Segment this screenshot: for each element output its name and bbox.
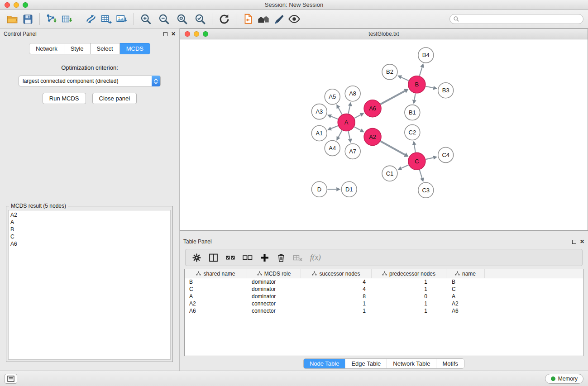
function-builder-icon[interactable]: f(x) [310, 253, 321, 262]
open-session-button[interactable] [5, 12, 20, 26]
graph-edge[interactable] [414, 93, 415, 100]
graph-edge[interactable] [354, 127, 361, 130]
graph-edge[interactable] [331, 116, 338, 119]
run-mcds-button[interactable]: Run MCDS [43, 93, 86, 104]
graph-node-c2[interactable]: C2 [405, 125, 420, 140]
table-cell[interactable]: 4 [301, 286, 372, 292]
table-cell[interactable]: 1 [372, 300, 446, 307]
import-table-button[interactable] [59, 12, 75, 26]
control-tab-select[interactable]: Select [91, 43, 120, 54]
result-item[interactable]: A [10, 219, 168, 226]
table-tab-node-table[interactable]: Node Table [304, 359, 345, 368]
graph-node-d[interactable]: D [311, 181, 327, 197]
table-tab-edge-table[interactable]: Edge Table [345, 359, 387, 368]
table-cell[interactable]: C [185, 286, 247, 292]
graph-node-a4[interactable]: A4 [325, 140, 340, 156]
graph-node-c4[interactable]: C4 [438, 147, 454, 162]
control-tab-network[interactable]: Network [29, 43, 64, 54]
graph-edge[interactable] [381, 91, 405, 104]
refresh-button[interactable] [216, 12, 232, 26]
float-panel-icon[interactable] [163, 32, 167, 36]
graph-node-a7[interactable]: A7 [345, 143, 360, 159]
add-column-icon[interactable] [260, 253, 269, 262]
table-row[interactable]: A6connector11A6 [185, 307, 583, 315]
table-cell[interactable]: 8 [301, 293, 372, 300]
graph-edge[interactable] [381, 141, 405, 155]
criterion-dropdown[interactable]: largest connected component (directed) [19, 76, 161, 86]
table-cell[interactable]: 1 [372, 286, 446, 292]
mcds-result-list[interactable]: A2ABCA6 [8, 210, 171, 360]
table-cell[interactable]: C [446, 286, 485, 292]
graph-node-b2[interactable]: B2 [382, 64, 397, 80]
show-console-button[interactable] [5, 374, 17, 384]
table-cell[interactable]: B [185, 279, 247, 285]
control-tab-mcds[interactable]: MCDS [120, 43, 150, 54]
report-button[interactable] [240, 12, 256, 26]
home-button[interactable] [256, 12, 271, 26]
graph-node-b[interactable]: B [408, 76, 425, 93]
graph-node-d1[interactable]: D1 [341, 181, 357, 197]
export-table-button[interactable] [99, 12, 114, 26]
export-network-button[interactable] [83, 12, 99, 26]
settings-gear-icon[interactable] [192, 253, 201, 262]
graph-node-a2[interactable]: A2 [364, 129, 381, 146]
control-tab-style[interactable]: Style [64, 43, 91, 54]
save-session-button[interactable] [20, 12, 35, 26]
table-cell[interactable]: A6 [446, 308, 485, 314]
graph-edge[interactable] [401, 77, 408, 81]
graph-edge[interactable] [339, 108, 342, 114]
graph-node-a1[interactable]: A1 [311, 126, 327, 141]
table-cell[interactable]: 0 [372, 293, 446, 300]
table-cell[interactable]: dominator [247, 286, 301, 292]
table-row[interactable]: Bdominator41B [185, 278, 583, 286]
column-header[interactable]: successor nodes [301, 269, 372, 278]
column-header[interactable]: MCDS role [247, 269, 301, 278]
column-header[interactable]: predecessor nodes [372, 269, 446, 278]
table-tab-motifs[interactable]: Motifs [436, 359, 464, 368]
result-item[interactable]: A6 [10, 240, 168, 248]
table-cell[interactable]: A2 [185, 300, 247, 307]
graph-edge[interactable] [339, 130, 342, 137]
table-tab-network-table[interactable]: Network Table [387, 359, 436, 368]
graph-edge[interactable] [348, 106, 350, 114]
table-cell[interactable]: B [446, 279, 485, 285]
table-cell[interactable]: 4 [301, 279, 372, 285]
delete-column-icon[interactable] [277, 253, 286, 262]
close-panel-icon[interactable]: ✕ [580, 239, 584, 244]
select-all-icon[interactable] [225, 253, 235, 262]
graph-node-a6[interactable]: A6 [364, 100, 381, 117]
graph-node-c1[interactable]: C1 [382, 166, 397, 181]
table-cell[interactable]: A6 [185, 308, 247, 314]
graph-node-c3[interactable]: C3 [418, 182, 434, 198]
table-cell[interactable]: connector [247, 300, 301, 307]
table-cell[interactable]: 1 [301, 300, 372, 307]
table-row[interactable]: Cdominator41C [185, 286, 583, 293]
table-cell[interactable]: dominator [247, 293, 301, 300]
column-header[interactable]: shared name [185, 269, 247, 278]
graph-node-a8[interactable]: A8 [345, 86, 360, 101]
export-image-button[interactable] [114, 12, 129, 26]
column-chooser-icon[interactable] [209, 253, 218, 262]
float-panel-icon[interactable] [572, 240, 576, 244]
graph-edge[interactable] [420, 67, 422, 76]
zoom-in-button[interactable] [138, 12, 153, 26]
table-row[interactable]: Adominator80A [185, 293, 583, 300]
graph-node-a3[interactable]: A3 [311, 104, 327, 119]
close-panel-icon[interactable]: ✕ [171, 32, 176, 36]
graph-node-c[interactable]: C [408, 152, 425, 170]
graph-edge[interactable] [331, 126, 338, 129]
table-cell[interactable]: 1 [301, 308, 372, 314]
graph-node-a[interactable]: A [338, 114, 355, 131]
graph-node-b3[interactable]: B3 [438, 83, 454, 98]
graph-edge[interactable] [425, 86, 433, 88]
search-input[interactable] [449, 14, 583, 24]
style-button[interactable] [271, 12, 287, 26]
delete-table-icon[interactable] [293, 253, 303, 262]
deselect-all-icon[interactable] [243, 253, 253, 262]
result-item[interactable]: A2 [10, 211, 168, 219]
table-cell[interactable]: A [446, 293, 485, 300]
graph-edge[interactable] [401, 165, 408, 168]
table-row[interactable]: A2connector11A2 [185, 300, 583, 307]
zoom-out-button[interactable] [156, 12, 172, 26]
table-cell[interactable]: A2 [446, 300, 485, 307]
